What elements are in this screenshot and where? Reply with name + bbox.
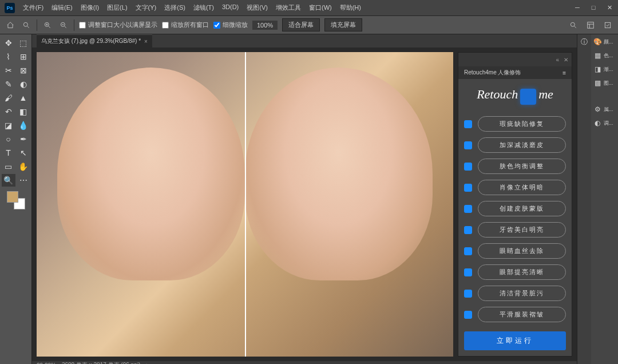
blur-tool[interactable]: 💧 [17,119,30,132]
action-checkbox[interactable] [464,205,472,213]
dodge-tool[interactable]: ○ [2,133,15,145]
action-button[interactable]: 创建皮肤蒙版 [478,201,566,216]
selection-tool[interactable]: ⊞ [17,50,30,63]
action-checkbox[interactable] [464,184,472,192]
fit-screen-button[interactable]: 适合屏幕 [282,18,320,31]
action-button[interactable]: 肤色均衡调整 [478,159,566,174]
menu-layer[interactable]: 图层(L) [104,1,130,14]
menu-filter[interactable]: 滤镜(T) [190,1,217,14]
action-checkbox[interactable] [464,311,472,319]
info-icon[interactable]: ⓘ [580,38,588,46]
eyedropper-tool[interactable]: ✎ [2,78,15,90]
document-tab[interactable]: 乌克兰女孩 (7).jpg @ 29.3%(RGB/8#) * × [37,34,152,48]
action-dodge-burn: 加深减淡磨皮 [464,137,566,153]
action-checkbox[interactable] [464,290,472,298]
action-checkbox[interactable] [464,247,472,255]
color-panel-tab[interactable]: 🎨颜... [593,38,616,46]
menu-3d[interactable]: 3D(D) [219,1,242,14]
run-button[interactable]: 立即运行 [464,331,566,350]
zoom-all-checkbox[interactable]: 缩放所有窗口 [162,21,209,29]
history-brush-tool[interactable]: ↶ [2,105,15,118]
zoom-percent-button[interactable]: 100% [252,21,278,30]
grid-icon: ▦ [593,52,601,60]
action-checkbox[interactable] [464,141,472,149]
gradients-panel-tab[interactable]: ◨渐... [593,65,616,73]
gradient-icon: ◨ [593,65,601,73]
image-left-half [57,68,245,280]
minimize-button[interactable]: ─ [573,4,581,11]
action-button[interactable]: 加深减淡磨皮 [478,137,566,153]
action-button[interactable]: 瑕疵缺陷修复 [478,116,566,132]
action-button[interactable]: 牙齿美白明亮 [478,222,566,238]
scrubby-zoom-label: 细微缩放 [223,21,248,29]
frame-tool[interactable]: ⊠ [17,64,30,77]
menu-select[interactable]: 选择(S) [161,1,189,14]
zoom-tool[interactable]: 🔍 [2,174,15,187]
hand-tool[interactable]: ✋ [17,160,30,173]
share-icon[interactable] [602,19,613,31]
close-button[interactable]: ✕ [605,4,613,11]
close-tab-icon[interactable]: × [144,38,148,45]
panel-close-icon[interactable]: ✕ [564,57,568,63]
action-button[interactable]: 清洁背景脏污 [478,286,566,301]
canvas-area: « ✕ Retouch4me 人像修饰 ≡ Retouchme 瑕疵缺陷修复 加… [32,48,577,361]
maximize-button[interactable]: □ [589,4,597,11]
home-icon[interactable] [5,19,16,31]
action-heal-defects: 瑕疵缺陷修复 [464,116,566,132]
workspace-icon[interactable] [585,19,596,31]
panel-menu-icon[interactable]: ≡ [562,70,566,76]
properties-panel-tab[interactable]: ⚙属... [593,105,616,113]
menu-file[interactable]: 文件(F) [19,1,47,14]
action-checkbox[interactable] [464,268,472,276]
type-tool[interactable]: T [2,147,15,159]
patterns-panel-tab[interactable]: ▩图... [593,79,616,87]
heal-tool[interactable]: ◐ [17,78,30,90]
window-controls: ─ □ ✕ [573,4,613,11]
menu-edit[interactable]: 编辑(E) [48,1,76,14]
search-icon[interactable] [568,19,579,31]
status-arrow-icon[interactable]: > [146,362,149,364]
menu-plugins[interactable]: 增效工具 [272,1,304,14]
more-tools[interactable]: ⋯ [17,174,30,187]
image-right-half [245,68,433,280]
search-options-icon[interactable] [21,19,32,31]
menu-help[interactable]: 帮助(H) [336,1,365,14]
pen-tool[interactable]: ✒ [17,133,30,145]
menu-type[interactable]: 文字(Y) [132,1,160,14]
zoom-in-icon[interactable] [42,19,53,31]
path-tool[interactable]: ↖ [17,147,30,159]
action-button[interactable]: 肖像立体明暗 [478,180,566,195]
color-swatches[interactable] [7,191,25,209]
crop-tool[interactable]: ✂ [2,64,15,77]
adjust-icon: ◐ [593,119,601,127]
stamp-tool[interactable]: ▲ [17,92,30,104]
foreground-color[interactable] [7,191,18,203]
gradient-tool[interactable]: ◪ [2,119,15,132]
move-tool[interactable]: ✥ [2,37,15,49]
document-tabs: 乌克兰女孩 (7).jpg @ 29.3%(RGB/8#) * × [32,34,577,48]
action-button[interactable]: 平滑服装褶皱 [478,307,566,322]
action-button[interactable]: 眼睛血丝去除 [478,243,566,259]
fill-screen-button[interactable]: 填充屏幕 [324,18,362,31]
action-button[interactable]: 眼部提亮清晰 [478,264,566,280]
adjustments-panel-tab[interactable]: ◐调... [593,119,616,127]
document-canvas[interactable] [37,52,453,357]
shape-tool[interactable]: ▭ [2,160,15,173]
menu-window[interactable]: 窗口(W) [306,1,335,14]
eraser-tool[interactable]: ◧ [17,105,30,118]
zoom-out-icon[interactable] [58,19,69,31]
resize-window-checkbox[interactable]: 调整窗口大小以满屏显示 [79,21,157,29]
swatches-panel-tab[interactable]: ▦色... [593,52,616,60]
action-checkbox[interactable] [464,120,472,128]
menu-view[interactable]: 视图(V) [243,1,271,14]
action-checkbox[interactable] [464,226,472,234]
svg-rect-5 [605,22,610,27]
menu-image[interactable]: 图像(I) [77,1,102,14]
brush-tool[interactable]: 🖌 [2,92,15,104]
panel-collapse-icon[interactable]: « [556,57,559,63]
marquee-tool[interactable]: ⬚ [17,37,30,49]
scrubby-zoom-checkbox[interactable]: 细微缩放 [213,21,248,29]
lasso-tool[interactable]: ⌇ [2,50,15,63]
action-clean-bg: 清洁背景脏污 [464,286,566,301]
action-checkbox[interactable] [464,163,472,171]
